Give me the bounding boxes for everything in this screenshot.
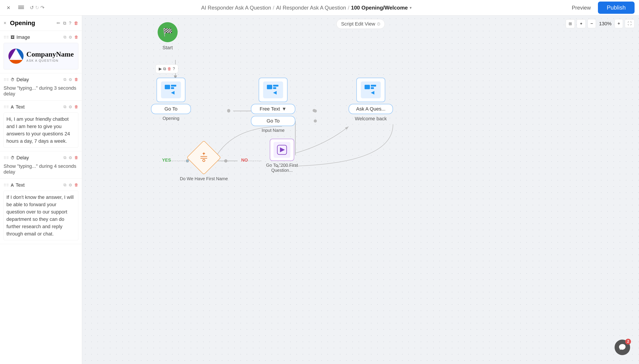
redo-button[interactable]: ↻ (35, 5, 39, 11)
svg-rect-22 (171, 87, 174, 89)
text2-type-label: Text (16, 182, 25, 188)
text2-type-icon: A (11, 183, 14, 188)
goto200-node[interactable]: Go To "200 First Question... (258, 139, 306, 173)
menu-button[interactable] (16, 4, 26, 11)
condition-label: Do We Have First Name (180, 176, 228, 181)
panel-close-icon[interactable]: × (4, 20, 7, 26)
fit-screen-button[interactable]: ⊞ (566, 19, 575, 28)
undo-button[interactable]: ↺ (30, 5, 34, 11)
text1-type-label: Text (16, 104, 25, 110)
drag-handle-icon[interactable]: ⠿⠿ (4, 156, 9, 160)
breadcrumb-current: 100 Opening/Welcome (351, 5, 408, 11)
text2-settings-icon[interactable]: ⚙ (69, 183, 72, 188)
breadcrumb: AI Responder Ask A Question / AI Respond… (48, 5, 565, 11)
edit-icon[interactable]: ✏ (57, 20, 60, 26)
help-icon[interactable]: ? (69, 21, 71, 26)
ask-question-node[interactable]: Ask A Ques... Welcome back (349, 78, 393, 122)
input-name-goto-label: Go To (267, 118, 280, 124)
svg-rect-26 (273, 87, 276, 89)
delay1-settings-icon[interactable]: ⚙ (69, 77, 72, 82)
zoom-out-button[interactable]: − (587, 19, 596, 28)
script-edit-view-label: Script Edit View (341, 21, 375, 27)
image-copy-icon[interactable]: ⧉ (64, 35, 66, 40)
svg-rect-21 (171, 85, 176, 86)
delay2-type-icon: ⏱ (11, 156, 15, 160)
delay2-settings-icon[interactable]: ⚙ (69, 155, 72, 160)
breadcrumb-part2[interactable]: AI Responder Ask A Question (276, 5, 346, 11)
opening-node-toolbar: ▶ ⧉ 🗑 ? (155, 64, 178, 73)
ask-question-label[interactable]: Ask A Ques... (349, 104, 393, 114)
free-text-node[interactable]: Free Text ▼ Go To Input Name (251, 78, 295, 133)
delay1-delete-icon[interactable]: 🗑 (74, 77, 78, 82)
text1-settings-icon[interactable]: ⚙ (69, 104, 72, 110)
free-text-label-box[interactable]: Free Text ▼ (251, 104, 295, 114)
main-area: × Opening ✏ ⧉ ? 🗑 ⠿⠿ 🖼 Image ⧉ ⚙ 🗑 (0, 16, 639, 364)
image-type-label: Image (17, 34, 30, 40)
help-toolbar-btn[interactable]: ? (173, 66, 175, 71)
text1-copy-icon[interactable]: ⧉ (64, 104, 66, 110)
image-settings-icon[interactable]: ⚙ (69, 35, 72, 40)
preview-button[interactable]: Preview (568, 3, 594, 12)
free-text-dropdown-icon[interactable]: ▼ (282, 106, 287, 112)
text2-delete-icon[interactable]: 🗑 (74, 183, 78, 188)
delay1-copy-icon[interactable]: ⧉ (64, 77, 66, 82)
delay2-delete-icon[interactable]: 🗑 (74, 155, 78, 160)
redo2-button[interactable]: ↷ (41, 5, 45, 11)
svg-rect-25 (273, 85, 278, 86)
svg-marker-27 (273, 91, 277, 94)
image-type-icon: 🖼 (11, 35, 15, 40)
fullscreen-button[interactable]: ⛶ (625, 19, 634, 28)
text2-copy-icon[interactable]: ⧉ (64, 183, 66, 188)
drag-handle-icon[interactable]: ⠿⠿ (4, 105, 9, 109)
dropdown-arrow-icon[interactable]: ▾ (410, 5, 412, 10)
magic-wand-button[interactable]: ✦ (577, 19, 586, 28)
opening-goto-node[interactable]: Go To Opening (151, 78, 191, 121)
no-label: NO (241, 158, 248, 163)
breadcrumb-part1[interactable]: AI Responder Ask A Question (201, 5, 271, 11)
svg-rect-24 (267, 85, 272, 89)
input-name-goto-box[interactable]: Go To (251, 116, 295, 126)
copy-icon[interactable]: ⧉ (63, 21, 66, 26)
publish-button[interactable]: Publish (598, 2, 634, 14)
breadcrumb-sep2: / (348, 5, 349, 11)
zoom-in-button[interactable]: + (614, 19, 623, 28)
close-button[interactable]: × (5, 3, 13, 12)
company-name-text: CompanyName (27, 50, 74, 58)
svg-rect-20 (165, 85, 170, 89)
delay1-section: ⠿⠿ ⏱ Delay ⧉ ⚙ 🗑 Show "typing..." during… (0, 73, 82, 100)
company-logo: CompanyName ASK A QUESTION (8, 48, 74, 64)
chat-widget[interactable]: 2 (614, 340, 630, 355)
yes-dot (186, 159, 189, 162)
canvas-toolbar[interactable]: Script Edit View (336, 19, 385, 29)
drag-handle-icon[interactable]: ⠿⠿ (4, 35, 9, 40)
svg-point-34 (203, 159, 205, 162)
left-panel: × Opening ✏ ⧉ ? 🗑 ⠿⠿ 🖼 Image ⧉ ⚙ 🗑 (0, 16, 82, 364)
input-name-sublabel: Input Name (262, 128, 284, 133)
delay2-type-label: Delay (17, 155, 29, 161)
text1-delete-icon[interactable]: 🗑 (74, 104, 78, 110)
breadcrumb-sep1: / (273, 5, 274, 11)
zoom-level: 130% (598, 21, 613, 27)
delay1-type-label: Delay (17, 77, 29, 82)
drag-handle-icon[interactable]: ⠿⠿ (4, 78, 9, 82)
image-delete-icon[interactable]: 🗑 (74, 35, 78, 40)
svg-marker-38 (280, 148, 285, 152)
image-preview: CompanyName ASK A QUESTION (4, 43, 78, 70)
company-sub-text: ASK A QUESTION (27, 59, 74, 62)
delay1-type-icon: ⏱ (11, 78, 15, 82)
play-toolbar-btn[interactable]: ▶ (159, 66, 162, 71)
svg-rect-30 (371, 87, 374, 89)
no-dot (224, 159, 227, 162)
delete-toolbar-btn[interactable]: 🗑 (167, 66, 171, 71)
copy-toolbar-btn[interactable]: ⧉ (163, 66, 166, 71)
text2-section: ⠿⠿ A Text ⧉ ⚙ 🗑 If I don't know the answ… (0, 179, 82, 244)
delete-icon[interactable]: 🗑 (74, 21, 78, 26)
drag-handle-icon[interactable]: ⠿⠿ (4, 183, 9, 187)
image-section: ⠿⠿ 🖼 Image ⧉ ⚙ 🗑 (0, 31, 82, 73)
text1-section: ⠿⠿ A Text ⧉ ⚙ 🗑 Hi, I am your friendly c… (0, 100, 82, 151)
chat-badge: 2 (625, 339, 631, 344)
delay2-copy-icon[interactable]: ⧉ (64, 155, 66, 160)
canvas[interactable]: Script Edit View ⊞ ✦ − 130% + ⛶ (82, 16, 639, 364)
opening-goto-label[interactable]: Go To (151, 104, 191, 114)
delay1-content: Show "typing..." during 3 seconds delay (4, 85, 78, 97)
